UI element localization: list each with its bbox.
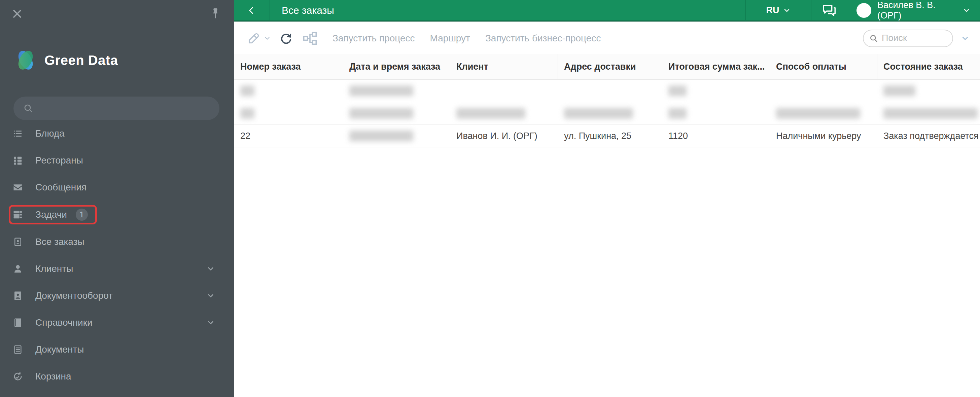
redacted-total [668,108,687,119]
language-selector[interactable]: RU [745,0,811,21]
docflow-icon [13,291,23,301]
column-header-order-datetime[interactable]: Дата и время заказа [343,54,450,79]
cell-status: Заказ подтверждается [877,125,980,147]
redacted-order-datetime [349,86,413,96]
book-icon [13,318,23,328]
person-icon [13,264,23,274]
topbar: Все заказы RU Василев В. В. (ОРГ) [234,0,980,22]
sidebar-item-label: Клиенты [35,264,73,274]
edit-menu-chevron-icon[interactable] [264,35,271,42]
chevron-down-icon [963,6,970,14]
process-diagram-icon[interactable] [302,31,317,46]
run-business-process-button[interactable]: Запустить бизнес-процесс [485,33,601,44]
tasks-icon [13,210,23,220]
redacted-client [457,108,525,119]
back-button[interactable] [234,0,270,21]
sidebar-item-dishes[interactable]: Блюда [0,124,234,143]
sidebar-item-label: Задачи [35,209,67,220]
cell-total: 1120 [662,125,770,147]
sidebar-search[interactable] [13,97,220,120]
pin-sidebar-icon[interactable] [210,3,221,24]
sidebar-nav: Блюда Рестораны Сообщения Задачи 1 [0,124,234,394]
search-icon [23,103,33,114]
sidebar-item-label: Корзина [35,371,72,382]
column-header-delivery-address[interactable]: Адрес доставки [558,54,662,79]
chevron-left-icon [247,5,257,16]
sidebar-item-docflow[interactable]: Документооборот [0,286,234,305]
run-process-button[interactable]: Запустить процесс [332,33,415,44]
column-header-client[interactable]: Клиент [450,54,558,79]
column-header-order-status[interactable]: Состояние заказа [877,54,980,79]
filter-chevron-icon[interactable] [961,33,970,43]
sidebar-item-all-orders[interactable]: Все заказы [0,232,234,251]
chevron-down-icon[interactable] [206,318,215,327]
redacted-payment [776,108,860,119]
sidebar-item-label: Документы [35,344,84,355]
cell-order-number: 22 [234,125,343,147]
document-icon [13,345,23,355]
chat-button[interactable] [811,0,847,21]
avatar [856,3,871,18]
sidebar-item-restaurants[interactable]: Рестораны [0,151,234,170]
chevron-down-icon[interactable] [206,264,215,273]
brand: Green Data [13,48,118,73]
redacted-total [668,86,687,96]
sidebar-search-input[interactable] [40,103,201,114]
sidebar-item-label: Документооборот [35,291,113,301]
user-name: Василев В. В. (ОРГ) [877,0,956,21]
page-title: Все заказы [282,5,334,16]
cell-address: ул. Пушкина, 25 [558,125,662,147]
sidebar-item-tasks[interactable]: Задачи 1 [9,205,97,224]
route-button[interactable]: Маршрут [430,33,470,44]
table-search-input[interactable] [882,33,942,43]
grid-icon [13,156,23,165]
table-search[interactable] [863,30,953,47]
user-menu[interactable]: Василев В. В. (ОРГ) [847,0,980,21]
redacted-order-number [240,86,255,96]
topbar-right: RU Василев В. В. (ОРГ) [745,0,980,21]
refresh-icon[interactable] [280,32,293,45]
chevron-down-icon [783,6,791,14]
table-row[interactable]: 22 Иванов И. И. (ОРГ) ул. Пушкина, 25 11… [234,125,980,148]
redacted-order-number [240,108,255,119]
brand-logo-icon [13,48,38,73]
list-icon [13,129,23,139]
column-header-payment-method[interactable]: Способ оплаты [770,54,877,79]
chat-icon [821,3,837,18]
sidebar-item-clients[interactable]: Клиенты [0,259,234,278]
sidebar-item-messages[interactable]: Сообщения [0,178,234,197]
content: Запустить процесс Маршрут Запустить бизн… [234,22,980,397]
cell-payment: Наличными курьеру [770,125,877,147]
column-header-order-number[interactable]: Номер заказа [234,54,343,79]
redacted-address [564,108,633,119]
sidebar-item-label: Рестораны [35,155,83,166]
sidebar-item-label: Блюда [35,128,65,139]
table-header: Номер заказа Дата и время заказа Клиент … [234,54,980,80]
table-row[interactable] [234,80,980,102]
language-label: RU [766,5,780,16]
sidebar-item-documents[interactable]: Документы [0,340,234,359]
sidebar-item-label: Все заказы [35,237,84,247]
search-icon [869,33,878,43]
column-header-total[interactable]: Итоговая сумма зак... [662,54,770,79]
sidebar-item-label: Справочники [35,317,92,328]
sidebar-item-trash[interactable]: Корзина [0,367,234,386]
chevron-down-icon[interactable] [206,291,215,300]
redacted-status [883,108,978,119]
redacted-status [883,86,915,96]
app-window: Green Data Блюда Рестораны [0,0,980,397]
sidebar-item-label: Сообщения [35,182,86,193]
orders-icon [13,237,23,247]
recycle-icon [13,372,23,381]
cell-payment [770,80,877,102]
cell-client [450,80,558,102]
close-sidebar-icon[interactable] [11,8,23,19]
cell-address [558,80,662,102]
sidebar: Green Data Блюда Рестораны [0,0,234,397]
redacted-order-datetime [349,130,413,141]
toolbar: Запустить процесс Маршрут Запустить бизн… [234,22,980,54]
edit-icon[interactable] [247,32,260,45]
sidebar-item-references[interactable]: Справочники [0,313,234,332]
mail-icon [13,183,23,192]
table-row[interactable] [234,102,980,125]
